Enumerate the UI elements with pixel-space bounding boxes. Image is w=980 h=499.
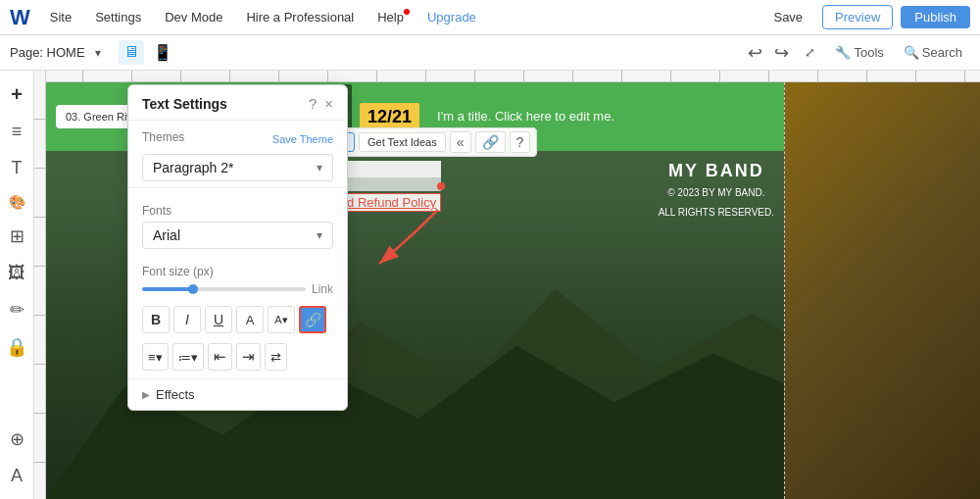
band-name-text: MY BAND (659, 161, 774, 181)
nav-preview-button[interactable]: Preview (822, 5, 893, 29)
nav-site[interactable]: Site (42, 6, 79, 28)
font-size-row: Link (142, 282, 333, 296)
draw-icon[interactable]: ✏ (5, 294, 29, 325)
effects-label-text: Effects (156, 387, 195, 402)
themes-section: Themes Save Theme Paragraph 2* ▾ (128, 121, 347, 187)
page-label: Page: HOME (10, 45, 85, 60)
font-color-button[interactable]: A (236, 306, 264, 333)
themes-label: Themes (142, 130, 184, 144)
panel-title-text: Text Settings (142, 96, 227, 112)
layers-icon[interactable]: ⊕ (5, 424, 29, 455)
help-label: Help (377, 10, 404, 25)
page-dropdown-arrow[interactable]: ▾ (95, 46, 101, 60)
left-sidebar: + ≡ T 🎨 ⊞ 🖼 ✏ 🔒 ⊕ A (0, 71, 34, 499)
font-size-section: Font size (px) Link (128, 255, 347, 302)
nav-save-button[interactable]: Save (761, 6, 814, 28)
tools-button[interactable]: 🔧 Tools (827, 42, 891, 63)
band-copyright-line1: © 2023 BY MY BAND. (659, 185, 774, 201)
effects-expand-arrow-icon: ▶ (142, 389, 150, 400)
text-settings-panel: Text Settings ? × Themes Save Theme Para… (127, 84, 348, 411)
panel-header: Text Settings ? × (128, 85, 347, 121)
rock-image-area (784, 82, 980, 499)
redo-button[interactable]: ↪ (770, 40, 793, 66)
indent-increase-button[interactable]: ⇥ (236, 343, 261, 371)
add-element-icon[interactable]: + (6, 78, 27, 111)
nav-upgrade[interactable]: Upgrade (419, 6, 484, 28)
fonts-dropdown-arrow-icon: ▾ (317, 228, 322, 242)
text-direction-button[interactable]: ⇄ (265, 343, 287, 371)
horizontal-ruler (34, 71, 980, 82)
lock-icon[interactable]: 🔒 (1, 331, 32, 363)
nav-devmode[interactable]: Dev Mode (157, 6, 230, 28)
undo-button[interactable]: ↩ (744, 40, 766, 66)
indent-decrease-button[interactable]: ⇤ (208, 343, 232, 371)
bold-button[interactable]: B (142, 306, 170, 333)
mobile-view-icon[interactable]: 📱 (148, 40, 177, 65)
pages-icon[interactable]: ≡ (7, 117, 27, 147)
nav-settings[interactable]: Settings (87, 6, 149, 28)
alignment-row: ≡▾ ≔▾ ⇤ ⇥ ⇄ (128, 339, 347, 378)
format-buttons-row: B I U A A▾ 🔗 (128, 302, 347, 339)
navbar: W Site Settings Dev Mode Hire a Professi… (0, 0, 980, 35)
help-icon-button[interactable]: ? (510, 131, 531, 153)
themes-dropdown-arrow-icon: ▾ (317, 161, 322, 175)
panel-close-icon[interactable]: × (324, 95, 333, 112)
font-value: Arial (153, 227, 180, 243)
blocks-icon[interactable]: ⊞ (5, 221, 29, 252)
text-highlight-button[interactable]: A▾ (268, 306, 295, 333)
expand-icon[interactable]: ⤢ (797, 42, 823, 63)
link-label: Link (312, 282, 333, 296)
quotes-icon-button[interactable]: « (450, 131, 471, 153)
nav-hire[interactable]: Hire a Professional (238, 6, 362, 28)
media-icon[interactable]: 🖼 (3, 258, 30, 288)
fonts-section: Fonts Arial ▾ (128, 194, 347, 255)
fonts-dropdown[interactable]: Arial ▾ (142, 222, 333, 249)
underline-button[interactable]: U (205, 306, 232, 333)
nav-publish-button[interactable]: Publish (901, 6, 970, 28)
link-insert-button[interactable]: 🔗 (299, 306, 326, 333)
fonts-label: Fonts (142, 204, 333, 218)
themes-dropdown[interactable]: Paragraph 2* ▾ (142, 154, 333, 181)
apps-icon[interactable]: A (6, 461, 27, 491)
italic-button[interactable]: I (173, 306, 201, 333)
slider-thumb[interactable] (188, 284, 198, 294)
text-icon[interactable]: T (7, 153, 27, 183)
font-size-label: Font size (px) (142, 265, 333, 278)
save-theme-button[interactable]: Save Theme (272, 133, 333, 145)
secondbar: Page: HOME ▾ 🖥 📱 ↩ ↪ ⤢ 🔧 Tools 🔍 Search (0, 35, 980, 71)
search-button[interactable]: 🔍 Search (896, 42, 970, 63)
theme-icon[interactable]: 🎨 (4, 189, 30, 215)
help-notification-dot (404, 9, 410, 15)
get-text-ideas-button[interactable]: Get Text Ideas (359, 132, 446, 152)
font-size-slider[interactable] (142, 287, 306, 291)
themes-value: Paragraph 2* (153, 160, 234, 175)
vertical-ruler (34, 71, 46, 499)
band-info: MY BAND © 2023 BY MY BAND. ALL RIGHTS RE… (659, 161, 774, 221)
list-button[interactable]: ≔▾ (172, 343, 204, 371)
link-icon-button[interactable]: 🔗 (475, 131, 506, 153)
desktop-view-icon[interactable]: 🖥 (119, 40, 144, 65)
band-copyright-line2: ALL RIGHTS RESERVED. (659, 205, 774, 221)
align-left-button[interactable]: ≡▾ (142, 343, 169, 371)
nav-help[interactable]: Help (369, 6, 412, 28)
effects-row[interactable]: ▶ Effects (128, 378, 347, 410)
wix-logo: W (10, 5, 30, 30)
panel-help-icon[interactable]: ? (309, 95, 317, 112)
